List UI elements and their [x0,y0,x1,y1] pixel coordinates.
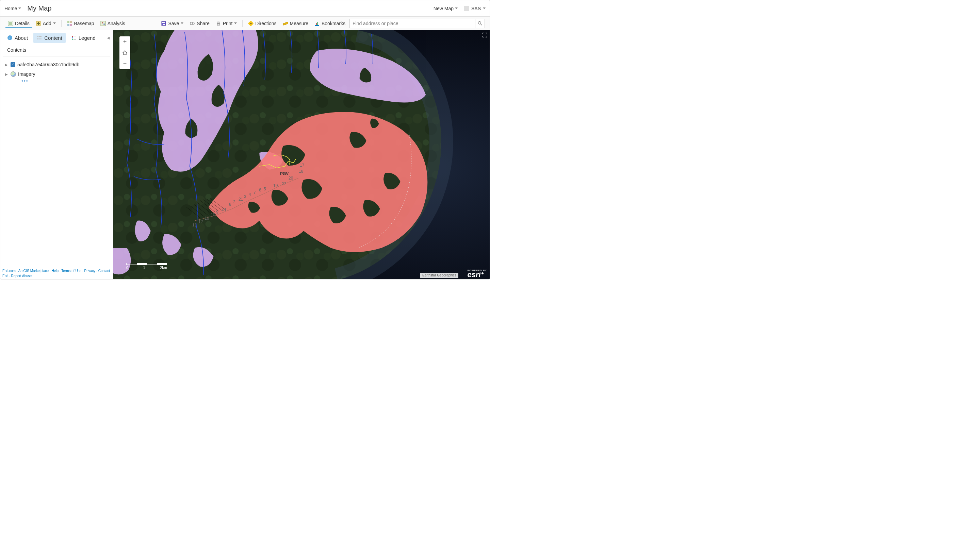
save-label: Save [168,21,179,26]
basemap-button[interactable]: Basemap [64,19,97,28]
share-button[interactable]: Share [187,19,212,28]
layer-list: ▶ ✓ 5afe0ba7e4b0da30c1bdb9db ▶ Imagery •… [0,56,113,87]
footer-link[interactable]: Esri.com [2,269,16,273]
search-button[interactable] [475,19,485,28]
zoom-in-button[interactable]: + [119,36,130,47]
tab-about[interactable]: i About [4,33,31,43]
user-menu[interactable]: SAS [464,6,486,11]
directions-button[interactable]: Directions [245,19,279,28]
svg-rect-29 [317,22,318,25]
tab-content[interactable]: Content [33,33,66,43]
home-menu[interactable]: Home [5,6,21,11]
save-button[interactable]: Save [158,19,186,28]
layer-name: Imagery [18,71,35,77]
svg-rect-27 [315,25,319,26]
svg-rect-28 [316,23,317,25]
map-canvas[interactable]: PGV 17 18 20 22 19 5 6 7 4 3 21 2 8 24 9… [113,30,490,280]
more-actions-icon[interactable]: ••• [22,78,110,84]
svg-rect-15 [163,22,165,23]
print-button[interactable]: Print [213,19,240,28]
home-icon [122,50,128,55]
footer-links: Esri.com . ArcGIS Marketplace . Help . T… [2,268,113,278]
side-panel: i About Content Legend ◀ Contents ▶ ✓ 5a… [0,30,113,280]
app-header: Home My Map New Map SAS [0,0,490,17]
svg-rect-38 [72,36,73,37]
svg-point-13 [103,23,105,25]
globe-icon [10,71,16,77]
analysis-label: Analysis [108,21,125,26]
details-icon [8,21,13,26]
tab-legend[interactable]: Legend [68,33,99,43]
collapse-panel-button[interactable]: ◀ [107,36,109,40]
print-icon [216,21,221,26]
chevron-down-icon [455,7,458,9]
zoom-out-button[interactable]: − [119,58,130,69]
svg-rect-21 [217,24,219,25]
measure-button[interactable]: Measure [280,19,311,28]
separator [242,20,243,27]
chevron-down-icon [234,22,237,24]
svg-rect-10 [70,24,72,26]
add-icon [36,21,41,26]
save-icon [161,21,166,26]
svg-point-30 [478,22,481,24]
print-label: Print [223,21,233,26]
svg-rect-11 [101,21,106,26]
footer-link[interactable]: Help [52,269,59,273]
bookmarks-icon [314,21,320,26]
directions-label: Directions [255,21,276,26]
new-map-label: New Map [433,6,454,11]
map-title: My Map [27,5,51,12]
footer-link[interactable]: Terms of Use [61,269,81,273]
svg-rect-34 [37,36,38,37]
svg-text:i: i [9,36,10,40]
measure-icon [283,21,288,26]
tab-about-label: About [15,35,28,41]
share-icon [189,21,195,26]
scale-bar: 0 1 2km [126,263,167,270]
svg-rect-9 [67,24,70,26]
chevron-down-icon [53,22,56,24]
add-label: Add [43,21,51,26]
basemap-icon [67,21,73,26]
scale-tick: 0 [126,266,128,270]
layer-checkbox[interactable]: ✓ [10,62,15,67]
svg-rect-8 [70,21,72,23]
svg-rect-16 [163,24,165,25]
scale-tick: 2km [160,266,167,270]
analysis-button[interactable]: Analysis [98,19,128,28]
avatar [464,6,469,11]
footer-link[interactable]: ArcGIS Marketplace [18,269,49,273]
svg-rect-20 [217,22,219,23]
search [350,19,485,28]
basemap-label: Basemap [74,21,94,26]
content-icon [37,35,42,40]
user-name: SAS [471,6,481,11]
svg-rect-23 [283,22,288,25]
legend-icon [71,35,76,40]
footer-link[interactable]: Privacy [85,269,96,273]
search-input[interactable] [350,19,475,28]
main: i About Content Legend ◀ Contents ▶ ✓ 5a… [0,30,490,280]
esri-logo: POWERED BY esri [468,269,487,278]
share-label: Share [197,21,209,26]
chevron-down-icon [483,7,486,9]
layer-row[interactable]: ▶ ✓ 5afe0ba7e4b0da30c1bdb9db [3,60,110,69]
fullscreen-button[interactable] [482,32,488,38]
add-button[interactable]: Add [33,19,58,28]
layer-row[interactable]: ▶ Imagery [3,69,110,79]
svg-line-31 [481,24,482,25]
esri-wordmark: esri [468,272,481,278]
layer-name: 5afe0ba7e4b0da30c1bdb9db [17,62,79,67]
bookmarks-button[interactable]: Bookmarks [312,19,348,28]
svg-rect-7 [67,21,70,23]
expand-icon[interactable]: ▶ [5,73,8,76]
footer-link[interactable]: Report Abuse [11,274,32,278]
new-map-menu[interactable]: New Map [433,6,458,11]
expand-icon[interactable]: ▶ [5,63,8,67]
details-button[interactable]: Details [5,19,32,28]
separator [61,20,61,27]
contents-heading: Contents [3,45,110,56]
side-tabs: i About Content Legend ◀ [0,30,113,45]
home-extent-button[interactable] [119,47,130,58]
